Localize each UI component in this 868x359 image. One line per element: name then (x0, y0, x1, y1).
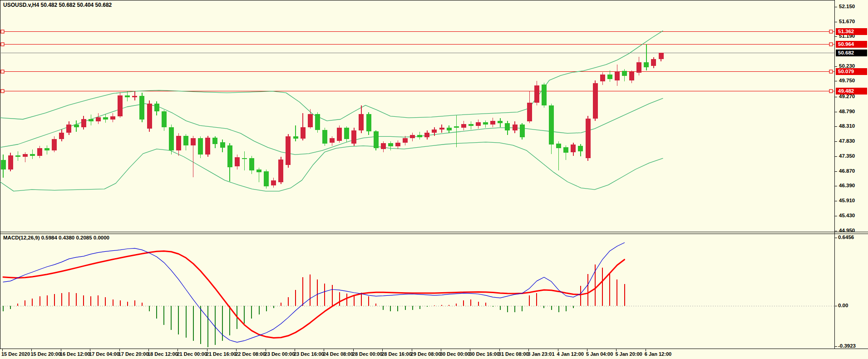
price-axis-label: 49.750 (839, 78, 855, 83)
candle-body (600, 75, 605, 81)
candle-body (534, 85, 539, 103)
macd-signal-line (3, 251, 625, 338)
candle-body (622, 71, 627, 76)
candle-body (139, 96, 144, 120)
candle-body (256, 170, 261, 172)
candle-body (227, 145, 232, 168)
candle-body (527, 103, 532, 121)
time-axis-label: 30 Dec 00:00 (440, 351, 470, 357)
level-line-handle[interactable] (829, 70, 833, 73)
candle-body (505, 123, 510, 130)
candle-body (322, 130, 327, 144)
candle-body (37, 148, 42, 156)
level-line-handle[interactable] (1, 70, 4, 73)
level-line-handle[interactable] (829, 43, 833, 46)
candle-body (542, 85, 547, 105)
candle-body (417, 135, 422, 137)
time-axis-label: 17 Dec 20:00 (118, 351, 149, 357)
price-axis-label: 48.790 (839, 109, 855, 114)
candle-body (52, 139, 57, 150)
level-line-handle[interactable] (829, 30, 833, 33)
candle-body (454, 126, 459, 128)
level-line-handle[interactable] (829, 90, 833, 93)
candle-body (586, 119, 591, 158)
candle-body (191, 138, 196, 145)
level-price-badge[interactable]: 49.482 (836, 88, 867, 95)
candle-body (23, 154, 28, 157)
level-line-handle[interactable] (1, 30, 4, 33)
candle-body (59, 133, 64, 139)
candle-body (469, 124, 473, 126)
candle-body (176, 136, 181, 150)
candle-body (66, 125, 71, 133)
candle-body (81, 119, 86, 127)
time-axis-label: 28 Dec 16:00 (381, 351, 412, 357)
candle-body (169, 127, 174, 151)
candle-body (615, 71, 620, 80)
candle-body (563, 147, 568, 153)
macd-axis-label: 0.00 (838, 303, 848, 308)
time-axis-label: 4 Jan 12:00 (557, 351, 584, 357)
candle-body (242, 158, 247, 159)
candle-body (403, 138, 408, 143)
level-price-badge[interactable]: 50.079 (836, 68, 867, 75)
time-axis-label: 28 Dec 00:00 (352, 351, 383, 357)
candle-body (351, 130, 356, 144)
candle-body (220, 142, 225, 148)
macd-axis-label: -0.3923 (838, 343, 856, 349)
candle-body (1, 160, 6, 170)
current-price-badge[interactable]: 50.682 (836, 50, 867, 56)
time-axis-label: 15 Dec 20:00 (30, 351, 61, 357)
bollinger-lower-band (0, 142, 663, 191)
time-axis-label: 15 Dec 2020 (1, 351, 30, 357)
candle-body (308, 114, 313, 127)
candle-body (330, 138, 335, 143)
level-price-badge[interactable]: 51.362 (836, 28, 867, 35)
price-axis-label: 46.390 (839, 183, 855, 188)
candle-body (30, 154, 35, 156)
candle-body (8, 155, 13, 170)
candle-body (424, 133, 429, 137)
trading-chart-window[interactable]: USOUSD.v,H4 50.482 50.682 50.404 50.682 … (0, 0, 868, 359)
candle-body (264, 171, 269, 186)
level-line-handle[interactable] (1, 90, 4, 93)
level-line-handle[interactable] (1, 43, 4, 46)
candle-body (89, 119, 94, 122)
candle-body (147, 104, 152, 129)
time-axis-label: 21 Dec 16:00 (206, 351, 237, 357)
level-price-badge[interactable]: 50.964 (836, 41, 867, 48)
candle-body (235, 157, 240, 166)
price-axis-label: 47.830 (839, 138, 855, 144)
chart-canvas[interactable] (0, 0, 868, 359)
candle-body (395, 143, 400, 146)
candle-body (162, 111, 167, 127)
candle-body (96, 117, 101, 122)
candle-body (439, 128, 444, 130)
candle-body (629, 72, 634, 80)
candle-body (103, 117, 108, 120)
candle-body (410, 135, 415, 138)
candle-body (483, 122, 488, 125)
time-axis-label: 23 Dec 16:00 (294, 351, 324, 357)
candle-body (432, 130, 437, 133)
candle-body (118, 95, 123, 117)
candle-body (44, 148, 49, 150)
candle-body (212, 138, 217, 144)
candle-body (636, 62, 641, 73)
macd-axis-label: 0.6456 (838, 234, 854, 240)
candle-body (183, 136, 188, 145)
candle-body (549, 105, 554, 145)
candle-body (659, 53, 664, 59)
candle-body (15, 155, 20, 157)
price-axis-label: 48.310 (839, 123, 855, 129)
candle-body (571, 145, 576, 152)
symbol-ohlc-title: USOUSD.v,H4 50.482 50.682 50.404 50.682 (3, 2, 112, 8)
price-axis-label: 49.270 (839, 94, 855, 99)
candle-body (461, 124, 466, 128)
time-axis-label: 30 Dec 16:00 (469, 351, 499, 357)
time-axis-label: 29 Dec 08:00 (411, 351, 441, 357)
time-axis-label: 24 Dec 08:00 (323, 351, 353, 357)
candle-body (344, 128, 349, 139)
macd-indicator-label: MACD(12,26,9) 0.5984 0.4380 0.2085 0.000… (3, 235, 109, 240)
candle-body (578, 146, 583, 151)
